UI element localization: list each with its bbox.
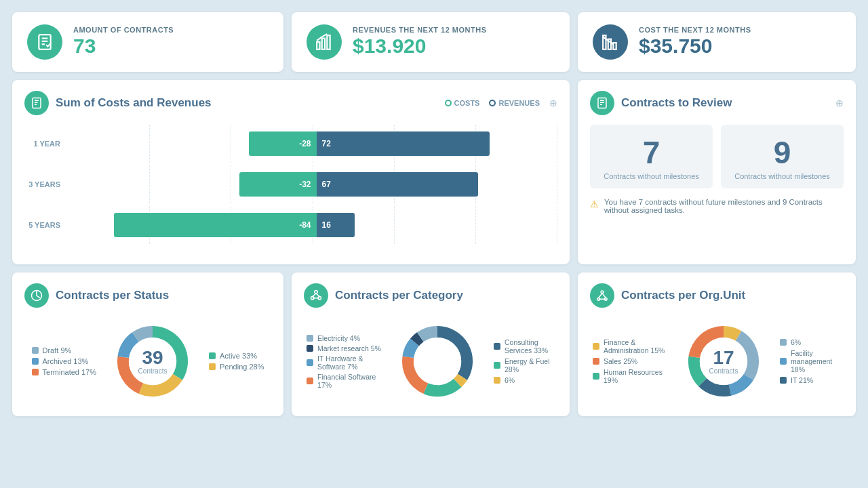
category-title: Contracts per Category bbox=[335, 289, 557, 302]
svg-rect-9 bbox=[613, 43, 616, 49]
review-target-icon[interactable]: ⊕ bbox=[835, 98, 844, 108]
costs-legend: COSTS bbox=[445, 99, 480, 107]
revenues-value: $13.920 bbox=[353, 34, 486, 58]
warning-icon: ⚠ bbox=[590, 199, 599, 209]
category-donut bbox=[393, 317, 481, 405]
kpi-contracts: AMOUNT OF CONTRACTS 73 bbox=[12, 12, 283, 72]
contracts-icon bbox=[27, 24, 62, 60]
pos-bar: 72 bbox=[317, 131, 490, 156]
category-legend-left: Electricity 4% Market research 5% IT Har… bbox=[307, 334, 381, 389]
org-title: Contracts per Org.Unit bbox=[621, 289, 844, 302]
legend-terminated: Terminated 17% bbox=[32, 368, 97, 376]
review-warning: ⚠ You have 7 contracts without future mi… bbox=[590, 198, 844, 214]
legend-draft: Draft 9% bbox=[32, 346, 97, 354]
org-donut: 17 Contracts bbox=[679, 317, 768, 405]
neg-bar: -84 bbox=[114, 213, 317, 237]
svg-rect-4 bbox=[317, 42, 319, 49]
costs-icon bbox=[593, 24, 628, 60]
svg-point-25 bbox=[414, 338, 461, 385]
target-icon[interactable]: ⊕ bbox=[549, 98, 557, 108]
bar-label: 3 YEARS bbox=[24, 180, 68, 188]
status-chart-card: Contracts per Status Draft 9% Archived 1… bbox=[12, 272, 283, 416]
bar-label: 5 YEARS bbox=[24, 221, 68, 229]
status-icon bbox=[24, 283, 49, 308]
review-desc-7: Contracts without milestones bbox=[597, 172, 706, 180]
org-legend-right: 6% Facility management 18% IT 21% bbox=[780, 338, 841, 384]
contracts-label: AMOUNT OF CONTRACTS bbox=[73, 26, 174, 34]
review-number-7: 7 bbox=[597, 137, 706, 168]
bar-row: 1 YEAR-2872 bbox=[24, 131, 557, 156]
kpi-costs: COST THE NEXT 12 MONTHS $35.750 bbox=[578, 12, 856, 72]
org-donut-area: Finance & Administration 15% Sales 25% H… bbox=[590, 317, 844, 405]
svg-line-22 bbox=[313, 293, 316, 297]
review-desc-9: Contracts without milestones bbox=[728, 172, 837, 180]
svg-point-26 bbox=[601, 291, 604, 293]
status-donut: 39 Contracts bbox=[108, 317, 197, 405]
category-legend-right: Consulting Services 33% Energy & Fuel 28… bbox=[494, 338, 555, 384]
category-chart-card: Contracts per Category Electricity 4% Ma… bbox=[292, 272, 570, 416]
bar-label: 1 YEAR bbox=[24, 140, 68, 148]
svg-line-29 bbox=[599, 293, 602, 298]
revenues-legend: REVENUES bbox=[489, 99, 540, 107]
org-icon bbox=[590, 283, 614, 308]
org-chart-card: Contracts per Org.Unit Finance & Adminis… bbox=[578, 272, 856, 416]
org-center-label: Contracts bbox=[709, 367, 738, 375]
status-center-num: 39 bbox=[138, 348, 167, 367]
revenues-icon bbox=[307, 24, 342, 60]
status-donut-area: Draft 9% Archived 13% Terminated 17% bbox=[24, 317, 271, 405]
org-center-num: 17 bbox=[709, 348, 738, 367]
sum-chart-icon bbox=[24, 91, 49, 115]
kpi-revenues: REVENUES THE NEXT 12 MONTHS $13.920 bbox=[292, 12, 570, 72]
review-number-9: 9 bbox=[728, 137, 837, 168]
status-legend-right: Active 33% Pending 28% bbox=[209, 352, 264, 371]
legend-archived: Archived 13% bbox=[32, 357, 97, 365]
status-legend-left: Draft 9% Archived 13% Terminated 17% bbox=[32, 346, 97, 376]
bar-row: 3 YEARS-3267 bbox=[24, 172, 557, 197]
revenues-label: REVENUES THE NEXT 12 MONTHS bbox=[353, 26, 486, 34]
dashboard: AMOUNT OF CONTRACTS 73 REVENUES THE NEXT… bbox=[12, 12, 856, 416]
svg-rect-6 bbox=[327, 35, 330, 49]
pos-bar: 67 bbox=[317, 172, 478, 197]
category-donut-area: Electricity 4% Market research 5% IT Har… bbox=[304, 317, 557, 405]
org-legend-left: Finance & Administration 15% Sales 25% H… bbox=[593, 338, 667, 384]
costs-value: $35.750 bbox=[639, 34, 751, 58]
sum-chart-title: Sum of Costs and Revenues bbox=[56, 96, 438, 110]
review-title: Contracts to Review bbox=[621, 96, 829, 110]
svg-point-19 bbox=[315, 291, 318, 294]
neg-bar: -28 bbox=[249, 131, 317, 156]
costs-label: COST THE NEXT 12 MONTHS bbox=[639, 26, 751, 34]
review-box-7: 7 Contracts without milestones bbox=[590, 125, 713, 188]
svg-line-23 bbox=[316, 293, 319, 297]
pos-bar: 16 bbox=[317, 213, 355, 237]
svg-line-30 bbox=[602, 293, 606, 298]
review-boxes: 7 Contracts without milestones 9 Contrac… bbox=[590, 125, 844, 188]
review-icon bbox=[590, 91, 614, 115]
category-icon bbox=[304, 283, 328, 308]
contracts-review-card: Contracts to Review ⊕ 7 Contracts withou… bbox=[578, 80, 856, 264]
neg-bar: -32 bbox=[239, 172, 317, 197]
review-box-9: 9 Contracts without milestones bbox=[721, 125, 844, 188]
legend-pending: Pending 28% bbox=[209, 363, 264, 371]
status-center-label: Contracts bbox=[138, 367, 167, 375]
legend-active: Active 33% bbox=[209, 352, 264, 360]
bar-row: 5 YEARS-8416 bbox=[24, 213, 557, 237]
sum-chart-card: Sum of Costs and Revenues COSTS REVENUES… bbox=[12, 80, 570, 264]
status-title: Contracts per Status bbox=[56, 289, 271, 302]
contracts-value: 73 bbox=[73, 34, 174, 58]
bar-chart: 1 YEAR-28723 YEARS-32675 YEARS-8416 bbox=[24, 125, 557, 237]
svg-rect-5 bbox=[322, 39, 325, 49]
